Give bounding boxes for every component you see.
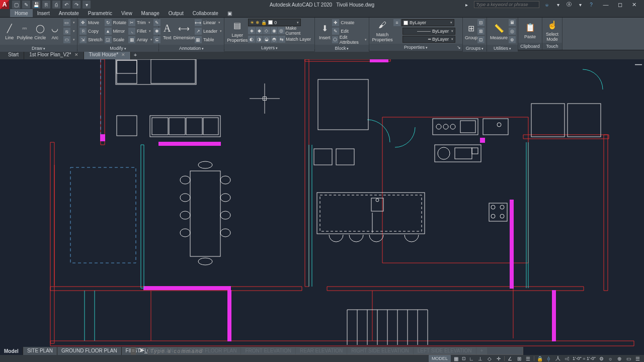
tool-select-mode[interactable]: ☝Select Mode [544,19,560,42]
app-logo[interactable]: A [0,0,9,9]
status-lwt-icon[interactable]: ☰ [525,355,532,362]
status-infer-icon[interactable]: ∟ [468,355,475,362]
viewport-minimize-icon[interactable]: — [635,60,642,68]
status-person-icon[interactable]: ○⃝ [564,355,571,362]
tool-match-layer[interactable]: ⇆ [278,36,285,43]
ribbon-tab-manage[interactable]: Manage [137,9,164,17]
window-close-button[interactable]: ✕ [627,0,641,9]
qat-plot-icon[interactable]: ⎙ [52,1,60,9]
status-grid-icon[interactable]: ▦ [453,355,460,362]
status-ws-icon[interactable]: ☼ [607,355,614,362]
panel-label-utilities[interactable]: Utilities [487,45,518,52]
tool-copy[interactable]: ⎘Copy [79,27,103,35]
group-btn-2-icon[interactable]: ⊠ [477,28,485,35]
layer-btn-3-icon[interactable]: ◇ [263,27,270,34]
tool-fillet[interactable]: ◟Fillet▾ [128,27,152,35]
panel-label-block[interactable]: Block [315,45,369,52]
ribbon-tab-home[interactable]: Home [10,9,33,17]
panel-label-groups[interactable]: Groups [463,45,487,52]
ribbon-tab-output[interactable]: Output [164,9,188,17]
qat-save-icon[interactable]: 💾 [32,1,40,9]
ribbon-tab-collaborate[interactable]: Collaborate [188,9,223,17]
color-selector[interactable]: ByLayer▾ [401,19,454,26]
tool-arc[interactable]: ◡Arc [48,22,62,40]
tool-rotate[interactable]: ↻Rotate [105,19,127,27]
qat-open-icon[interactable]: ✎ [22,1,30,9]
tool-group[interactable]: ⊞Group [465,22,477,40]
tool-dimension[interactable]: ⟷Dimension [173,22,195,40]
layer-btn-1-icon[interactable]: ◈ [248,27,255,34]
layer-btn-7-icon[interactable]: ◒ [263,36,270,43]
status-polar-icon[interactable]: ✛ [495,355,502,362]
qat-redo-icon[interactable]: ↷ [72,1,80,9]
layer-btn-4-icon[interactable]: ◉ [271,27,278,34]
tool-table[interactable]: ▦Table [195,36,222,44]
status-ann-icon[interactable]: ⟠ [545,355,552,362]
tool-block-edit[interactable]: ✎Edit [332,27,367,35]
status-scale[interactable]: 1'-0" = 1'-0" [573,356,596,361]
help-dropdown-icon[interactable]: ▾ [577,1,584,8]
ribbon-tab-annotate[interactable]: Annotate [54,9,84,17]
tool-linear-dim[interactable]: ⟷Linear▾ [195,19,222,27]
tool-insert[interactable]: ⬇Insert [317,22,332,40]
panel-label-layers[interactable]: Layers [224,44,314,51]
signin-icon[interactable]: ⍟ [543,1,550,8]
qat-dropdown-icon[interactable]: ▾ [83,1,91,9]
layer-btn-2-icon[interactable]: ◆ [256,27,263,34]
tool-match-properties[interactable]: 🖌Match Properties [371,19,393,42]
command-input[interactable]: Type a command [148,347,523,355]
tool-edit-attrs[interactable]: ⎔Edit Attributes▾ [332,36,367,44]
panel-label-annotation[interactable]: Annotation [159,45,224,52]
layout-tab[interactable]: SITE PLAN [23,347,57,355]
tool-measure[interactable]: 📏Measure [489,22,509,40]
tool-rectangle-icon[interactable]: ▭ [63,19,70,26]
lineweight-selector[interactable]: ━ByLayer▾ [403,36,455,43]
tool-circle[interactable]: ◯Circle [33,22,47,40]
status-gear-icon[interactable]: ⚙ [598,355,605,362]
ribbon-tab-featured[interactable]: ▣ [223,9,234,17]
status-model-toggle[interactable]: MODEL [429,355,451,362]
tool-leader[interactable]: ↗Leader▾ [195,27,222,35]
panel-label-draw[interactable]: Draw [0,45,77,52]
qat-new-icon[interactable]: ▢ [12,1,20,9]
cmd-recent-icon[interactable]: ⮞_ [139,347,146,354]
tool-stretch[interactable]: ⇲Stretch [79,36,103,44]
tool-ellipse-icon[interactable]: ⬭ [63,36,70,43]
status-snap-icon[interactable]: ⊡ [462,356,466,361]
app-exchange-icon[interactable]: Ⓐ [566,1,573,8]
layer-btn-6-icon[interactable]: ◑ [256,36,263,43]
layer-selector[interactable]: ☀❄🔒 0 ▾ [248,19,301,26]
qat-undo-icon[interactable]: ↶ [62,1,70,9]
group-btn-3-icon[interactable]: ⊡ [477,36,485,43]
status-otrack-icon[interactable]: ∠ [507,355,514,362]
panel-label-modify[interactable]: Modify [77,45,158,52]
status-auto-icon[interactable]: 人 [554,355,561,362]
status-iso-icon[interactable]: ⊕ [616,355,623,362]
status-ortho-icon[interactable]: ⊥ [477,355,484,362]
tool-trim[interactable]: ✂Trim▾ [128,19,152,27]
signin-dropdown-icon[interactable]: ▾ [554,1,561,8]
prop-btn-a-icon[interactable]: ≡ [393,19,400,26]
add-tab-button[interactable]: + [131,52,140,58]
tool-block-create[interactable]: ✚Create [332,19,367,27]
util-btn-1-icon[interactable]: 🖩 [509,19,516,26]
layer-btn-5-icon[interactable]: ◐ [248,36,255,43]
util-btn-2-icon[interactable]: ◎ [509,28,516,35]
status-clean-icon[interactable]: ▭ [625,355,632,362]
layout-tab-model[interactable]: Model [0,347,23,355]
ribbon-tab-insert[interactable]: Insert [33,9,54,17]
ribbon-tab-parametric[interactable]: Parametric [84,9,117,17]
status-osnap-icon[interactable]: ◇ [486,355,493,362]
ribbon-tab-view[interactable]: View [117,9,137,17]
tool-array[interactable]: ▦Array▾ [128,36,152,44]
util-btn-3-icon[interactable]: ⊕ [509,36,516,43]
window-restore-button[interactable]: ◻ [613,0,627,9]
panel-label-properties[interactable]: Properties↘ [369,44,462,51]
group-btn-1-icon[interactable]: ⊟ [477,19,485,26]
layer-btn-8-icon[interactable]: ◓ [271,36,278,43]
tool-polyline[interactable]: ⎓Polyline [17,22,33,40]
layout-tab[interactable]: GROUND FLOOR PLAN [57,347,122,355]
window-minimize-button[interactable]: — [599,0,613,9]
tool-line[interactable]: ╱Line [2,22,17,40]
tool-hatch-icon[interactable]: ⧅ [63,28,70,35]
